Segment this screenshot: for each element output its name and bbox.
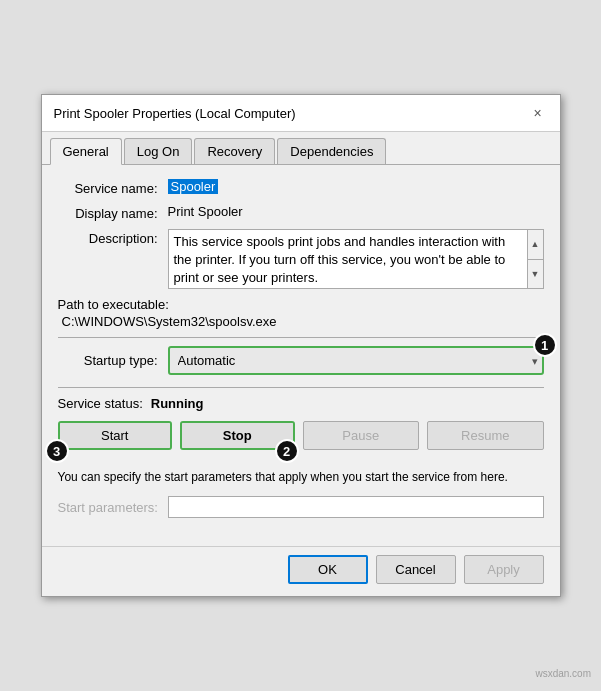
content-panel: Service name: Spooler Display name: Prin…	[42, 165, 560, 546]
startup-type-select[interactable]: Automatic Manual Disabled	[168, 346, 544, 375]
stop-btn-wrapper: Stop 2	[180, 421, 295, 450]
service-status-row: Service status: Running	[58, 396, 544, 411]
service-name-value: Spooler	[168, 179, 544, 194]
close-button[interactable]: ×	[528, 103, 548, 123]
tab-recovery[interactable]: Recovery	[194, 138, 275, 164]
path-section: Path to executable: C:\WINDOWS\System32\…	[58, 297, 544, 329]
resume-button[interactable]: Resume	[427, 421, 544, 450]
description-text: This service spools print jobs and handl…	[174, 233, 538, 288]
ok-button[interactable]: OK	[288, 555, 368, 584]
badge-2: 2	[275, 439, 299, 463]
service-name-label: Service name:	[58, 179, 168, 196]
badge-3: 3	[45, 439, 69, 463]
description-scrollbar[interactable]: ▲ ▼	[527, 230, 543, 288]
divider-2	[58, 387, 544, 388]
dialog-title: Print Spooler Properties (Local Computer…	[54, 106, 296, 121]
service-name-highlighted: Spooler	[168, 179, 219, 194]
divider-1	[58, 337, 544, 338]
path-label: Path to executable:	[58, 297, 544, 312]
bottom-buttons-row: OK Cancel Apply	[42, 546, 560, 596]
scroll-down-button[interactable]: ▼	[528, 260, 543, 289]
info-text: You can specify the start parameters tha…	[58, 468, 544, 486]
tab-general[interactable]: General	[50, 138, 122, 165]
description-row: Description: This service spools print j…	[58, 229, 544, 289]
display-name-label: Display name:	[58, 204, 168, 221]
cancel-button[interactable]: Cancel	[376, 555, 456, 584]
title-bar: Print Spooler Properties (Local Computer…	[42, 95, 560, 132]
service-status-value: Running	[151, 396, 204, 411]
startup-label: Startup type:	[58, 353, 168, 368]
tabs-container: General Log On Recovery Dependencies	[42, 132, 560, 165]
service-buttons-row: Start 3 Stop 2 Pause Resume	[58, 421, 544, 450]
scroll-up-button[interactable]: ▲	[528, 230, 543, 260]
tab-logon[interactable]: Log On	[124, 138, 193, 164]
start-btn-wrapper: Start 3	[58, 421, 173, 450]
display-name-value: Print Spooler	[168, 204, 544, 219]
startup-type-row: Startup type: Automatic Manual Disabled …	[58, 346, 544, 375]
description-label: Description:	[58, 229, 168, 246]
dialog-window: Print Spooler Properties (Local Computer…	[41, 94, 561, 597]
apply-button[interactable]: Apply	[464, 555, 544, 584]
tab-dependencies[interactable]: Dependencies	[277, 138, 386, 164]
display-name-row: Display name: Print Spooler	[58, 204, 544, 221]
pause-button[interactable]: Pause	[303, 421, 420, 450]
start-button[interactable]: Start	[60, 423, 171, 448]
badge-1: 1	[533, 333, 557, 357]
service-name-row: Service name: Spooler	[58, 179, 544, 196]
startup-dropdown-wrapper: Automatic Manual Disabled ▾ 1	[168, 346, 544, 375]
service-status-label: Service status:	[58, 396, 143, 411]
start-params-input[interactable]	[168, 496, 544, 518]
watermark: wsxdan.com	[535, 668, 591, 679]
description-box: This service spools print jobs and handl…	[168, 229, 544, 289]
path-value: C:\WINDOWS\System32\spoolsv.exe	[62, 314, 544, 329]
start-params-label: Start parameters:	[58, 500, 158, 515]
start-params-row: Start parameters:	[58, 496, 544, 518]
